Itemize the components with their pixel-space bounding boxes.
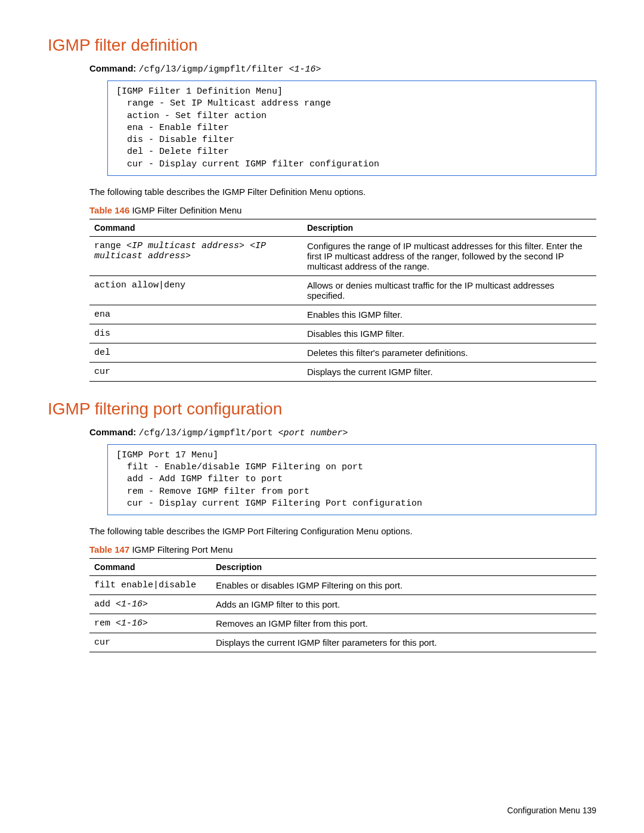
th-description: Description	[302, 219, 596, 236]
table-row: rem <1-16> Removes an IGMP filter from t…	[89, 614, 596, 633]
table-row: filt enable|disable Enables or disables …	[89, 576, 596, 595]
th-description: Description	[211, 559, 596, 576]
command-path: /cfg/l3/igmp/igmpflt/port <port number>	[139, 428, 348, 438]
table-row: ena Enables this IGMP filter.	[89, 305, 596, 324]
table-146: Command Description range <IP multicast …	[89, 219, 596, 382]
table-caption-146: Table 146 IGMP Filter Definition Menu	[89, 205, 596, 215]
th-command: Command	[89, 219, 302, 236]
code-box-1: [IGMP Filter 1 Definition Menu] range - …	[107, 80, 596, 176]
table-row: del Deletes this filter's parameter defi…	[89, 343, 596, 362]
table-row: range <IP multicast address> <IP multica…	[89, 236, 596, 275]
table-row: action allow|deny Allows or denies multi…	[89, 275, 596, 305]
section-igmp-filtering-port: IGMP filtering port configuration Comman…	[48, 400, 596, 652]
intro-text-2: The following table describes the IGMP P…	[89, 526, 596, 536]
heading-igmp-filter-definition: IGMP filter definition	[48, 36, 596, 55]
th-command: Command	[89, 559, 211, 576]
table-row: cur Displays the current IGMP filter par…	[89, 633, 596, 652]
table-147: Command Description filt enable|disable …	[89, 558, 596, 652]
heading-igmp-filtering-port: IGMP filtering port configuration	[48, 400, 596, 419]
command-label: Command:	[89, 63, 136, 73]
section-igmp-filter-definition: IGMP filter definition Command: /cfg/l3/…	[48, 36, 596, 382]
command-line-2: Command: /cfg/l3/igmp/igmpflt/port <port…	[89, 427, 596, 438]
code-box-2: [IGMP Port 17 Menu] filt - Enable/disabl…	[107, 444, 596, 515]
command-label: Command:	[89, 427, 136, 437]
table-row: dis Disables this IGMP filter.	[89, 324, 596, 343]
intro-text-1: The following table describes the IGMP F…	[89, 187, 596, 197]
command-line-1: Command: /cfg/l3/igmp/igmpflt/filter <1-…	[89, 63, 596, 75]
table-row: add <1-16> Adds an IGMP filter to this p…	[89, 595, 596, 614]
page-footer: Configuration Menu 139	[507, 806, 596, 815]
table-row: cur Displays the current IGMP filter.	[89, 362, 596, 381]
table-caption-147: Table 147 IGMP Filtering Port Menu	[89, 544, 596, 555]
command-path: /cfg/l3/igmp/igmpflt/filter <1-16>	[139, 64, 321, 75]
